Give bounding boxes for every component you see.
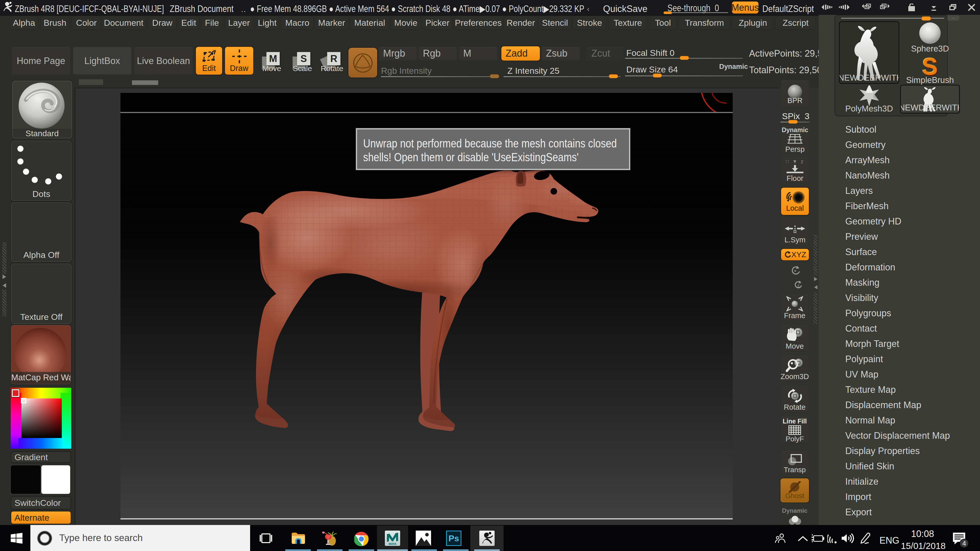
svg-text:4: 4 bbox=[963, 540, 966, 547]
svg-text:MAYA: MAYA bbox=[389, 542, 396, 545]
svg-text:z: z bbox=[797, 283, 800, 288]
svg-text:BPR: BPR bbox=[788, 97, 803, 105]
